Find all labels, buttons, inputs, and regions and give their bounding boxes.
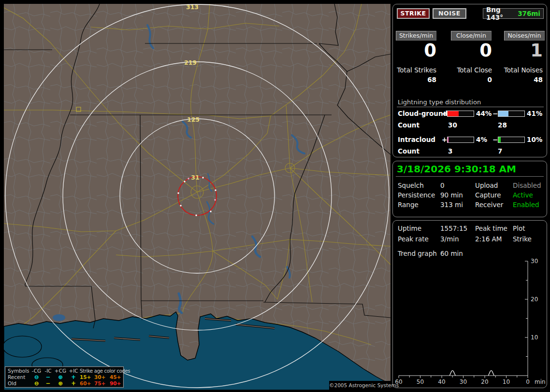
symbols-legend: Symbols -CG -IC +CG +IC Strike age color… — [5, 366, 124, 388]
strikes-per-min-value: 0 — [396, 40, 436, 61]
age-code-60: 60+ — [80, 380, 94, 387]
age-code-15: 15+ — [80, 374, 94, 380]
ic-plus-pct: 4% — [476, 136, 487, 143]
svg-text:40: 40 — [438, 378, 445, 385]
ic-minus-count: 7 — [498, 147, 502, 155]
total-noises-label: Total Noises — [501, 66, 543, 74]
legend-symbols-header: Symbols — [8, 368, 30, 374]
ring-label-219: 219 — [184, 59, 197, 66]
peak-time-value: 2:16 AM — [475, 235, 502, 243]
neg-ic-old-icon: − — [43, 380, 54, 387]
age-code-45: 45+ — [110, 374, 124, 380]
squelch-value: 0 — [440, 182, 445, 189]
ic-count-label: Count — [398, 147, 420, 155]
map-canvas: 313 219 125 31 — [4, 4, 391, 390]
capture-status: Active — [513, 191, 533, 199]
uptime-value: 1557:15 — [440, 224, 467, 232]
noise-mode-button[interactable]: NOISE — [433, 8, 466, 19]
plot-label: Plot — [513, 224, 525, 232]
ring-label-125: 125 — [187, 116, 200, 123]
bearing-display: Bng 143° 376mi — [483, 8, 544, 19]
upload-label: Upload — [475, 182, 498, 189]
ic-plus-count: 3 — [448, 147, 452, 155]
strikes-per-min-chip[interactable]: Strikes/min — [396, 31, 436, 41]
squelch-label: Squelch — [398, 182, 424, 189]
svg-text:10: 10 — [531, 334, 538, 341]
distribution-rule — [397, 107, 544, 107]
peak-rate-value: 3/min — [440, 235, 459, 243]
total-close-label: Total Close — [450, 66, 492, 74]
cg-plus-sign: + — [442, 110, 447, 117]
distribution-title: Lightning type distribution — [398, 98, 481, 106]
noises-per-min-chip[interactable]: Noises/min — [504, 31, 545, 41]
bearing-value: Bng 143° — [486, 6, 518, 21]
cg-plus-count: 30 — [448, 121, 457, 129]
svg-text:30: 30 — [460, 378, 467, 385]
neg-cg-old-icon: ⊖ — [30, 380, 43, 387]
uptime-label: Uptime — [398, 224, 421, 232]
bearing-distance: 376mi — [518, 10, 540, 17]
nexstorm-lightning-app: { "header": { "strike_button": "STRIKE",… — [0, 0, 550, 392]
cg-minus-sign: − — [492, 110, 498, 117]
svg-text:30: 30 — [531, 258, 538, 265]
ic-minus-sign: − — [492, 136, 498, 143]
svg-text:20: 20 — [531, 296, 538, 303]
svg-text:10: 10 — [503, 378, 510, 385]
ring-label-31: 31 — [191, 174, 199, 181]
noises-per-min-value: 1 — [502, 40, 543, 61]
cg-count-label: Count — [398, 121, 420, 129]
pos-cg-old-icon: ⊕ — [54, 380, 67, 387]
stats-trend-panel: Uptime 1557:15 Peak time Plot Peak rate … — [392, 220, 547, 388]
ring-label-313: 313 — [186, 4, 199, 11]
ic-minus-bar — [498, 137, 525, 143]
svg-text:min: min — [535, 378, 546, 385]
range-label: Range — [398, 201, 419, 209]
peak-rate-label: Peak rate — [398, 235, 429, 243]
receiver-label: Receiver — [475, 201, 503, 209]
age-code-75: 75+ — [94, 380, 110, 387]
trend-graph-window: 60 min — [440, 250, 463, 257]
total-noises-value: 48 — [502, 76, 543, 84]
svg-text:0: 0 — [526, 378, 530, 385]
svg-text:20: 20 — [481, 378, 488, 385]
receiver-status: Enabled — [513, 201, 539, 209]
cloud-ground-label: Cloud-ground — [398, 110, 448, 117]
age-code-30: 30+ — [94, 374, 110, 380]
range-value: 313 mi — [440, 201, 463, 209]
cg-minus-bar — [498, 111, 525, 117]
legend-age-title: Strike age color codes — [80, 368, 124, 374]
datetime-rule — [396, 176, 544, 177]
close-per-min-value: 0 — [451, 40, 492, 61]
ic-plus-bar — [447, 137, 474, 143]
ic-plus-sign: + — [442, 136, 447, 143]
total-strikes-value: 68 — [396, 76, 436, 84]
svg-text:50: 50 — [417, 378, 424, 385]
close-per-min-chip[interactable]: Close/min — [451, 31, 492, 41]
strike-map[interactable]: 313 219 125 31 — [4, 4, 391, 390]
trend-graph-label: Trend graph — [398, 250, 437, 257]
intracloud-label: Intracloud — [398, 136, 435, 143]
legend-row-recent-label: Recent — [8, 374, 30, 380]
system-datetime: 3/18/2026 9:30:18 AM — [397, 163, 516, 175]
pos-ic-old-icon: + — [67, 380, 80, 387]
peak-time-label: Peak time — [475, 224, 507, 232]
trend-graph: 1020306050403020100min — [394, 257, 547, 388]
strike-mode-button[interactable]: STRIKE — [397, 8, 430, 19]
lake-pontchartrain — [4, 336, 42, 357]
total-strikes-label: Total Strikes — [395, 66, 436, 74]
copyright-notice: ©2005 Astrogenic Systems — [329, 381, 391, 390]
ic-minus-pct: 10% — [527, 136, 542, 143]
cg-plus-pct: 44% — [476, 110, 492, 117]
legend-row-old-label: Old — [8, 380, 30, 387]
cg-minus-count: 28 — [498, 121, 507, 129]
upload-status: Disabled — [513, 182, 541, 189]
persistence-label: Persistence — [398, 191, 435, 199]
capture-label: Capture — [475, 191, 501, 199]
counters-panel: STRIKE NOISE Bng 143° 376mi Strikes/min … — [392, 4, 547, 157]
cg-minus-pct: 41% — [527, 110, 542, 117]
plot-mode-value: Strike — [513, 235, 532, 243]
status-panel: 3/18/2026 9:30:18 AM Squelch 0 Upload Di… — [392, 161, 547, 217]
total-close-value: 0 — [451, 76, 492, 84]
age-code-90: 90+ — [110, 380, 124, 387]
persistence-value: 90 min — [440, 191, 463, 199]
